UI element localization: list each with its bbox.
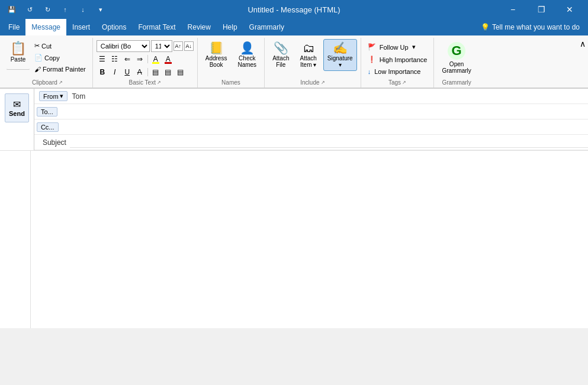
text-color-button[interactable]: A <box>162 53 174 65</box>
names-group: 📒 AddressBook 👤 CheckNames Names <box>198 38 265 88</box>
open-grammarly-button[interactable]: G OpenGrammarly <box>438 39 475 77</box>
align-right-button[interactable]: ▤ <box>175 66 187 78</box>
title-bar-left: 💾 ↺ ↻ ↑ ↓ ▾ <box>5 2 108 17</box>
email-body[interactable] <box>31 151 588 328</box>
follow-up-button[interactable]: 🚩 Follow Up ▾ <box>365 41 419 53</box>
customize-qat-button[interactable]: ▾ <box>94 2 108 17</box>
high-importance-icon: ❗ <box>368 56 376 63</box>
clipboard-label: Clipboard ↗ <box>6 78 89 88</box>
copy-button[interactable]: 📄 Copy <box>31 52 89 63</box>
bold-button[interactable]: B <box>97 66 108 78</box>
send-button[interactable]: ✉ Send <box>5 93 29 122</box>
include-label: Include ↗ <box>268 78 357 88</box>
grammarly-group: G OpenGrammarly Grammarly <box>434 38 478 88</box>
email-body-wrapper <box>0 151 588 328</box>
save-button[interactable]: 💾 <box>5 2 19 17</box>
strikethrough-button[interactable]: A <box>134 66 146 78</box>
tags-label: Tags ↗ <box>365 78 430 88</box>
menu-options[interactable]: Options <box>96 19 132 35</box>
body-left-margin <box>0 151 31 328</box>
email-compose-area: ✉ Send From ▾ Tom To... <box>0 88 588 328</box>
restore-button[interactable]: ❐ <box>528 0 555 19</box>
align-center-button[interactable]: ▤ <box>162 66 174 78</box>
signature-button[interactable]: ✍ Signature▾ <box>323 39 357 71</box>
basic-text-expand-icon[interactable]: ↗ <box>157 80 161 85</box>
from-button[interactable]: From ▾ <box>39 91 68 101</box>
minimize-button[interactable]: − <box>499 0 526 19</box>
title-bar-title: Untitled - Message (HTML) <box>248 5 340 14</box>
close-button[interactable]: ✕ <box>556 0 583 19</box>
lightbulb-icon: 💡 <box>481 23 490 31</box>
address-book-icon: 📒 <box>209 42 224 54</box>
low-importance-button[interactable]: ↓ Low Importance <box>365 66 424 77</box>
down-button[interactable]: ↓ <box>76 2 90 17</box>
from-row: From ▾ Tom <box>34 89 588 104</box>
grammarly-icon: G <box>448 42 465 60</box>
menu-format-text[interactable]: Format Text <box>132 19 181 35</box>
menu-review[interactable]: Review <box>182 19 217 35</box>
increase-indent-button[interactable]: ⇒ <box>134 53 146 65</box>
italic-button[interactable]: I <box>109 66 121 78</box>
cc-button[interactable]: Cc... <box>37 122 59 132</box>
cut-button[interactable]: ✂ Cut <box>31 40 89 51</box>
title-bar: 💾 ↺ ↻ ↑ ↓ ▾ Untitled - Message (HTML) − … <box>0 0 588 19</box>
collapse-ribbon-button[interactable]: ∧ <box>580 39 586 48</box>
menu-grammarly[interactable]: Grammarly <box>243 19 290 35</box>
check-names-button[interactable]: 👤 CheckNames <box>233 39 261 71</box>
menu-help[interactable]: Help <box>217 19 243 35</box>
subject-input[interactable] <box>70 137 588 148</box>
cc-input[interactable] <box>59 122 588 132</box>
from-chevron-icon: ▾ <box>60 92 63 100</box>
grammarly-label: Grammarly <box>438 78 475 88</box>
include-expand-icon[interactable]: ↗ <box>321 80 325 85</box>
clipboard-expand-icon[interactable]: ↗ <box>59 80 63 85</box>
ribbon: 📋 Paste ✂ Cut 📄 Copy 🖌 Format <box>0 35 588 88</box>
menu-message[interactable]: Message <box>25 19 66 35</box>
title-bar-controls: − ❐ ✕ <box>499 0 583 19</box>
names-label: Names <box>201 78 261 88</box>
cut-icon: ✂ <box>34 42 40 50</box>
send-icon: ✉ <box>13 99 21 110</box>
font-size-select[interactable]: 11 <box>151 40 172 52</box>
copy-icon: 📄 <box>34 54 43 62</box>
tags-expand-icon[interactable]: ↗ <box>402 80 406 85</box>
check-names-icon: 👤 <box>240 42 255 54</box>
send-panel: ✉ Send <box>0 89 34 150</box>
basic-text-label: Basic Text ↗ <box>97 78 194 88</box>
menu-file[interactable]: File <box>2 19 25 35</box>
format-painter-button[interactable]: 🖌 Format Painter <box>31 64 89 75</box>
undo-button[interactable]: ↺ <box>23 2 37 17</box>
format-painter-icon: 🖌 <box>34 66 41 73</box>
subject-label: Subject <box>34 138 70 147</box>
attach-file-button[interactable]: 📎 AttachFile <box>268 39 293 71</box>
attach-item-button[interactable]: 🗂 AttachItem ▾ <box>295 39 320 71</box>
clipboard-group: 📋 Paste ✂ Cut 📄 Copy 🖌 Format <box>2 38 93 88</box>
address-book-button[interactable]: 📒 AddressBook <box>201 39 232 71</box>
signature-icon: ✍ <box>333 42 348 54</box>
email-header: ✉ Send From ▾ Tom To... <box>0 89 588 151</box>
from-value: Tom <box>72 92 86 101</box>
to-button[interactable]: To... <box>37 107 57 117</box>
menu-bar: File Message Insert Options Format Text … <box>0 19 588 35</box>
to-input[interactable] <box>57 106 588 117</box>
font-grow-button[interactable]: A↑ <box>173 41 183 51</box>
align-left-button[interactable]: ▤ <box>150 66 162 78</box>
up-button[interactable]: ↑ <box>58 2 72 17</box>
cc-row: Cc... <box>34 119 588 135</box>
decrease-indent-button[interactable]: ⇐ <box>121 53 133 65</box>
email-header-row: ✉ Send From ▾ Tom To... <box>0 89 588 150</box>
font-shrink-button[interactable]: A↓ <box>184 41 194 51</box>
tell-me-box[interactable]: 💡 Tell me what you want to do <box>475 19 586 35</box>
redo-button[interactable]: ↻ <box>40 2 54 17</box>
underline-button[interactable]: U <box>121 66 133 78</box>
font-select[interactable]: Calibri (Bo <box>97 40 150 52</box>
text-highlight-button[interactable]: A <box>150 53 162 65</box>
menu-insert[interactable]: Insert <box>66 19 96 35</box>
bullet-list-button[interactable]: ☰ <box>97 53 108 65</box>
numbered-list-button[interactable]: ☷ <box>109 53 121 65</box>
paste-button[interactable]: 📋 Paste <box>6 39 30 70</box>
high-importance-button[interactable]: ❗ High Importance <box>365 54 430 65</box>
basic-text-group: Calibri (Bo 11 A↑ A↓ ☰ ☷ ⇐ ⇒ A A <box>93 38 198 88</box>
follow-up-chevron: ▾ <box>412 43 416 51</box>
email-fields: From ▾ Tom To... Cc... Subject <box>34 89 588 150</box>
